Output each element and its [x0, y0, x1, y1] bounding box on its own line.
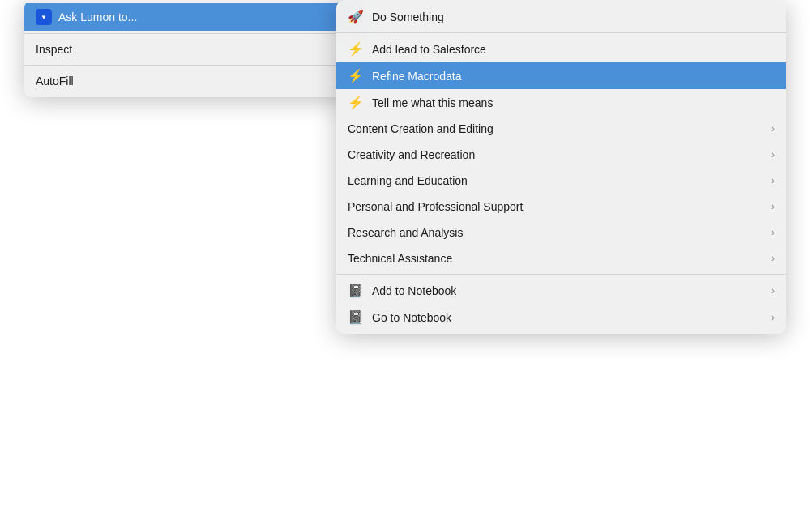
add-lead-label: Add lead to Salesforce	[372, 43, 486, 56]
lumon-icon	[36, 9, 52, 25]
menu-item-inspect[interactable]: Inspect	[24, 36, 365, 62]
menu-item-content-creation[interactable]: Content Creation and Editing ›	[336, 116, 786, 142]
menu-item-creativity[interactable]: Creativity and Recreation ›	[336, 142, 786, 168]
menu-item-go-notebook[interactable]: 📓 Go to Notebook ›	[336, 304, 786, 331]
scene: Ask Lumon to... › Inspect AutoFill › 🚀 D…	[0, 0, 812, 512]
separator-1	[24, 33, 365, 34]
research-label: Research and Analysis	[348, 226, 463, 239]
menu-item-autofill[interactable]: AutoFill ›	[24, 68, 365, 94]
separator-r2	[336, 274, 786, 275]
menu-item-ask-lumon[interactable]: Ask Lumon to... ›	[24, 3, 365, 31]
menu-item-research[interactable]: Research and Analysis ›	[336, 220, 786, 245]
menu-item-do-something[interactable]: 🚀 Do Something	[336, 3, 786, 30]
menu-item-refine-macrodata[interactable]: ⚡ Refine Macrodata	[336, 62, 786, 89]
inspect-label: Inspect	[36, 43, 72, 56]
creativity-label: Creativity and Recreation	[348, 148, 475, 161]
add-notebook-label: Add to Notebook	[372, 284, 456, 297]
chevron-icon: ›	[771, 201, 775, 212]
chevron-icon: ›	[771, 253, 775, 264]
menu-item-add-lead[interactable]: ⚡ Add lead to Salesforce	[336, 36, 786, 62]
lightning-icon-2: ⚡	[348, 68, 364, 83]
chevron-icon: ›	[771, 227, 775, 238]
do-something-label: Do Something	[372, 11, 444, 23]
chevron-icon: ›	[771, 312, 775, 323]
technical-label: Technical Assistance	[348, 252, 452, 265]
menu-item-tell-me[interactable]: ⚡ Tell me what this means	[336, 89, 786, 116]
autofill-label: AutoFill	[36, 75, 74, 87]
chevron-icon: ›	[771, 285, 775, 297]
learning-label: Learning and Education	[348, 174, 468, 187]
notebook-icon-1: 📓	[348, 283, 364, 298]
lightning-icon-1: ⚡	[348, 41, 364, 57]
menu-item-personal-professional[interactable]: Personal and Professional Support ›	[336, 194, 786, 220]
refine-macrodata-label: Refine Macrodata	[372, 70, 462, 83]
lightning-icon-3: ⚡	[348, 95, 364, 110]
rocket-icon: 🚀	[348, 9, 364, 24]
menu-item-technical[interactable]: Technical Assistance ›	[336, 245, 786, 271]
chevron-icon: ›	[771, 149, 775, 160]
ask-lumon-label: Ask Lumon to...	[58, 11, 137, 23]
menu-item-add-notebook[interactable]: 📓 Add to Notebook ›	[336, 277, 786, 304]
go-notebook-label: Go to Notebook	[372, 311, 451, 324]
notebook-icon-2: 📓	[348, 309, 364, 325]
left-context-menu: Ask Lumon to... › Inspect AutoFill ›	[24, 0, 365, 97]
chevron-icon: ›	[771, 175, 775, 186]
separator-r1	[336, 32, 786, 33]
tell-me-label: Tell me what this means	[372, 96, 493, 109]
content-creation-label: Content Creation and Editing	[348, 122, 494, 135]
separator-2	[24, 65, 365, 66]
right-context-menu: 🚀 Do Something ⚡ Add lead to Salesforce …	[336, 0, 786, 334]
personal-professional-label: Personal and Professional Support	[348, 200, 523, 213]
menu-item-learning[interactable]: Learning and Education ›	[336, 168, 786, 194]
chevron-icon: ›	[771, 123, 775, 134]
